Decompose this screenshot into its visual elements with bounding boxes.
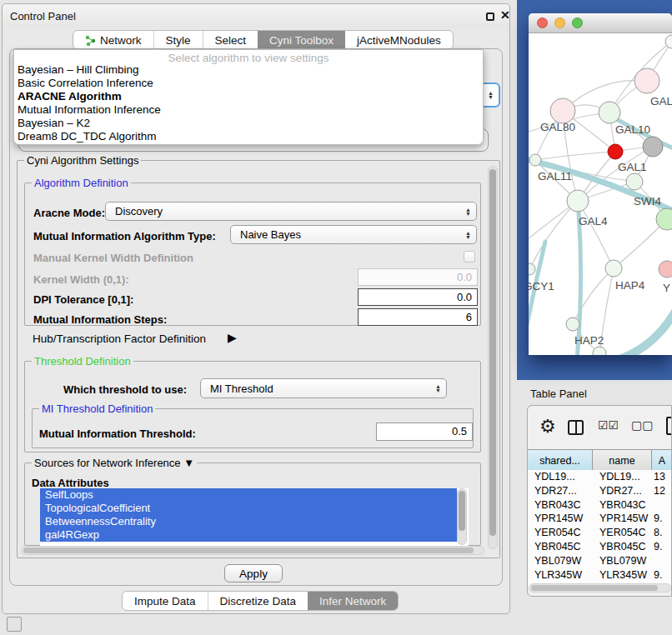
table-cell[interactable]: YBR045C — [593, 540, 652, 554]
table-cell[interactable] — [652, 498, 672, 512]
table-cell[interactable]: YBR043C — [528, 498, 593, 512]
kernel-width-field[interactable]: 0.0 — [358, 268, 478, 286]
network-node-gal11[interactable] — [529, 154, 541, 166]
network-node-gal1[interactable] — [626, 173, 643, 190]
table-row: YBR043CYBR043C — [528, 498, 672, 512]
aracne-mode-combo[interactable]: Discovery ▲▼ — [105, 202, 477, 221]
tab-cyni-toolbox[interactable]: Cyni Toolbox — [258, 31, 345, 49]
column-header-name[interactable]: name — [593, 450, 652, 471]
tab-style[interactable]: Style — [153, 31, 203, 49]
select-all-checkboxes-icon[interactable]: ☑☑ — [598, 418, 619, 432]
algorithm-option-dream8-dc-tdc-algorithm[interactable]: Dream8 DC_TDC Algorithm — [14, 130, 483, 143]
settings-vertical-scrollbar-thumb[interactable] — [489, 169, 496, 536]
network-node-y-node[interactable] — [659, 261, 672, 278]
gear-icon[interactable]: ⚙ — [539, 416, 556, 438]
network-node-gal4[interactable] — [567, 190, 589, 212]
network-edge[interactable] — [578, 201, 614, 268]
mi-threshold-field[interactable]: 0.5 — [376, 422, 473, 441]
column-layout-icon[interactable] — [568, 420, 584, 435]
table-cell[interactable]: YPR145W — [528, 512, 593, 526]
table-horizontal-scrollbar[interactable] — [529, 583, 671, 592]
table-cell[interactable]: YER054C — [528, 526, 593, 540]
tab-discretize-data[interactable]: Discretize Data — [208, 592, 308, 610]
attribute-item-selfloops[interactable]: SelfLoops — [40, 488, 457, 502]
table-cell[interactable]: YDR27... — [528, 484, 593, 498]
collapse-arrow-icon[interactable]: ▼ — [183, 457, 194, 469]
algorithm-option-aracne-algorithm[interactable]: ARACNE Algorithm — [14, 90, 483, 103]
table-cell[interactable]: 12 — [652, 484, 672, 498]
table-cell[interactable]: 9. — [652, 568, 672, 582]
network-node-gray-node[interactable] — [643, 137, 663, 157]
which-threshold-combo[interactable]: MI Threshold ▲▼ — [200, 378, 447, 398]
network-node-gal10[interactable] — [599, 102, 620, 123]
network-edge[interactable] — [535, 152, 615, 160]
table-cell[interactable]: 13 — [652, 470, 672, 484]
table-cell[interactable]: YBR045C — [528, 540, 593, 554]
tab-jactivemnodules[interactable]: jActiveMNodules — [345, 31, 453, 49]
table-cell[interactable]: YDR27... — [593, 484, 652, 498]
settings-vertical-scrollbar[interactable] — [488, 166, 498, 549]
deselect-all-checkboxes-icon[interactable]: ▢▢ — [631, 418, 653, 432]
network-node-swi4[interactable] — [656, 208, 672, 230]
attributes-scrollbar-thumb[interactable] — [459, 491, 465, 531]
table-cell[interactable]: YBR043C — [593, 498, 652, 512]
network-node-hap4[interactable] — [605, 260, 622, 277]
network-node-gal7[interactable] — [634, 68, 659, 93]
network-edge[interactable] — [612, 308, 672, 355]
table-cell[interactable]: YBL079W — [528, 554, 593, 568]
mi-type-combo[interactable]: Naive Bayes ▲▼ — [230, 225, 477, 244]
table-cell[interactable]: YDL19... — [528, 470, 593, 484]
zoom-window-icon[interactable] — [572, 18, 583, 28]
attributes-scrollbar[interactable] — [457, 488, 467, 545]
apply-button[interactable]: Apply — [224, 564, 283, 582]
control-panel-window: Control Panel ✕ NetworkStyleSelectCyni T… — [2, 3, 510, 614]
table-cell[interactable]: YBL079W — [593, 554, 652, 568]
attribute-item-topologicalcoefficient[interactable]: TopologicalCoefficient — [40, 502, 457, 515]
network-node-red-node[interactable] — [608, 144, 623, 159]
network-window-titlebar[interactable] — [529, 13, 672, 33]
network-node-gcy1[interactable] — [529, 263, 535, 275]
tab-select[interactable]: Select — [203, 31, 258, 49]
tab-impute-data[interactable]: Impute Data — [123, 592, 208, 610]
table-cell[interactable] — [652, 554, 672, 568]
table-horizontal-scrollbar-thumb[interactable] — [531, 585, 658, 591]
table-cell[interactable]: 8. — [652, 526, 672, 540]
algorithm-option-bayesian-k2[interactable]: Bayesian – K2 — [14, 117, 483, 130]
close-window-icon[interactable] — [537, 18, 548, 28]
algorithm-option-mutual-information-inference[interactable]: Mutual Information Inference — [14, 103, 483, 117]
algorithm-definition-group: Algorithm Definition Aracne Mode: Discov… — [24, 182, 481, 326]
network-node-hap2[interactable] — [566, 318, 579, 331]
float-panel-icon[interactable] — [486, 12, 494, 21]
column-header-a[interactable]: A — [652, 450, 672, 471]
table-row: YDL19...YDL19...13 — [528, 470, 672, 484]
settings-horizontal-scrollbar[interactable] — [21, 546, 484, 555]
expand-arrow-icon[interactable]: ▶ — [228, 331, 237, 344]
algorithm-option-basic-correlation-inference[interactable]: Basic Correlation Inference — [14, 77, 483, 90]
minimize-window-icon[interactable] — [554, 18, 565, 28]
column-header-shared[interactable]: shared... — [528, 450, 593, 471]
table-cell[interactable]: YER054C — [593, 526, 652, 540]
table-cell[interactable]: YPR145W — [593, 512, 652, 526]
algorithm-option-bayesian-hill-climbing[interactable]: Bayesian – Hill Climbing — [14, 63, 483, 77]
table-cell[interactable]: 9. — [652, 512, 672, 526]
tab-infer-network[interactable]: Infer Network — [308, 592, 398, 610]
node-label-hap2: HAP2 — [574, 334, 604, 347]
network-edge[interactable] — [529, 201, 578, 269]
tab-network[interactable]: Network — [73, 31, 153, 49]
table-cell[interactable]: YDL19... — [593, 470, 652, 484]
table-cell[interactable]: YLR345W — [528, 568, 593, 582]
table-cell[interactable]: 9. — [652, 540, 672, 554]
manual-kernel-checkbox[interactable] — [464, 251, 475, 262]
network-node-bottom-node[interactable] — [593, 347, 606, 355]
network-node-gal80[interactable] — [550, 98, 575, 123]
dpi-tolerance-field[interactable]: 0.0 — [358, 288, 478, 306]
network-canvas[interactable]: GAL7GAL80GAL10GAL1GAL11GAL4SWI4GCY1HAP4Y… — [529, 33, 672, 355]
attribute-item-gal4rgexp[interactable]: gal4RGexp — [40, 528, 457, 542]
table-cell[interactable]: YLR345W — [593, 568, 652, 582]
mi-steps-field[interactable]: 6 — [358, 308, 478, 326]
attribute-item-betweennesscentrality[interactable]: BetweennessCentrality — [40, 515, 457, 528]
settings-horizontal-scrollbar-thumb[interactable] — [23, 548, 474, 553]
export-table-icon[interactable] — [666, 417, 672, 435]
close-icon[interactable]: ✕ — [500, 8, 510, 22]
minimized-panel-icon[interactable] — [7, 617, 22, 632]
